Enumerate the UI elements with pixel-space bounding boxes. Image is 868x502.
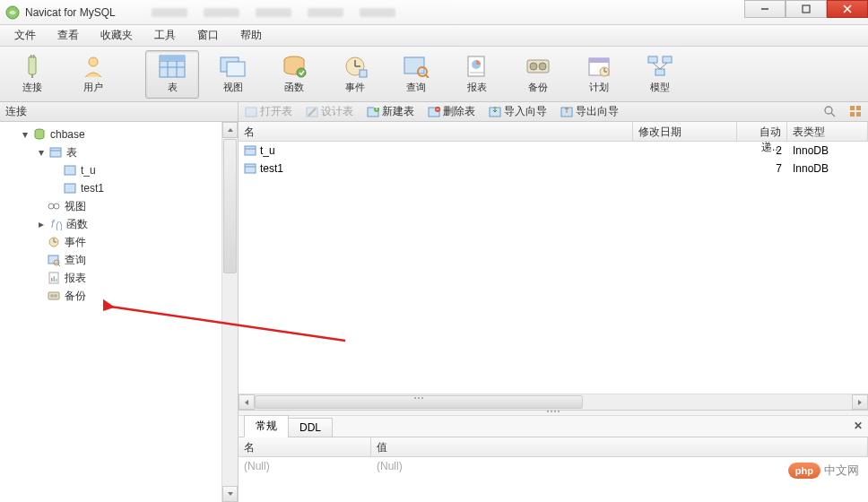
tree-queries-node[interactable]: 查询: [0, 251, 238, 269]
tree-reports-label: 报表: [65, 271, 86, 286]
design-table-button[interactable]: 设计表: [305, 104, 353, 119]
row-table-icon: [244, 163, 256, 174]
tool-backup[interactable]: 备份: [511, 50, 565, 99]
tool-event[interactable]: 事件: [328, 50, 382, 99]
main-area: ▾ chbase ▾ 表 t_u test1 视: [0, 122, 868, 502]
scroll-right-button[interactable]: [852, 394, 868, 410]
table-body[interactable]: t_u 2 InnoDB test1 7 InnoDB: [239, 142, 868, 394]
delete-table-button[interactable]: 删除表: [427, 104, 475, 119]
tool-model-label: 模型: [650, 81, 670, 94]
connection-tree[interactable]: ▾ chbase ▾ 表 t_u test1 视: [0, 122, 238, 502]
backups-icon: [47, 289, 61, 303]
svg-point-80: [54, 294, 57, 298]
tool-query[interactable]: 查询: [389, 50, 443, 99]
tool-model[interactable]: 模型: [633, 50, 687, 99]
backup-icon: [524, 54, 552, 79]
sub-header-row: 连接 打开表 设计表 + 新建表 删除表 导入向导 导出向导: [0, 102, 868, 122]
tree-table-item[interactable]: test1: [0, 179, 238, 197]
content-area: 名 修改日期 自动递... 表类型 t_u 2 InnoDB test1: [239, 122, 868, 502]
row-type: InnoDB: [787, 144, 868, 157]
svg-line-40: [653, 63, 660, 69]
app-icon: [5, 5, 20, 20]
close-button[interactable]: [827, 0, 868, 18]
open-table-button[interactable]: 打开表: [244, 104, 292, 119]
detail-null-value: (Null): [371, 460, 408, 472]
svg-point-64: [48, 203, 54, 209]
expander-icon[interactable]: ▾: [20, 129, 30, 140]
svg-rect-42: [246, 108, 256, 117]
svg-point-8: [89, 57, 98, 66]
scroll-left-button[interactable]: [239, 394, 255, 410]
tool-view[interactable]: 视图: [206, 50, 260, 99]
tree-functions-node[interactable]: ▸ f() 函数: [0, 215, 238, 233]
scroll-down-button[interactable]: [222, 486, 238, 502]
tree-table-item[interactable]: t_u: [0, 161, 238, 179]
col-type[interactable]: 表类型: [787, 122, 868, 141]
col-name[interactable]: 名: [239, 122, 633, 141]
tree-tables-node[interactable]: ▾ 表: [0, 143, 238, 161]
tree-views-node[interactable]: 视图: [0, 197, 238, 215]
menu-help[interactable]: 帮助: [230, 26, 273, 45]
tab-ddl[interactable]: DDL: [288, 418, 333, 437]
svg-rect-38: [663, 56, 672, 63]
tree-queries-label: 查询: [65, 253, 86, 268]
menu-window[interactable]: 窗口: [187, 26, 230, 45]
menu-view[interactable]: 查看: [47, 26, 90, 45]
scroll-up-button[interactable]: [222, 122, 238, 138]
new-table-button[interactable]: + 新建表: [366, 104, 414, 119]
expander-icon[interactable]: ▾: [36, 147, 47, 158]
svg-rect-33: [589, 58, 609, 63]
menu-favorites[interactable]: 收藏夹: [90, 26, 143, 45]
hscroll-thumb[interactable]: [255, 395, 583, 409]
left-header-connections: 连接: [0, 102, 239, 122]
svg-rect-23: [404, 57, 424, 74]
tool-table[interactable]: 表: [145, 50, 199, 99]
col-auto-inc[interactable]: 自动递...: [737, 122, 787, 141]
table-item-icon: [63, 163, 77, 177]
grid-view-button[interactable]: [849, 105, 863, 118]
table-row[interactable]: t_u 2 InnoDB: [239, 142, 868, 160]
detail-row[interactable]: (Null) (Null): [239, 457, 868, 475]
tree-table-label: test1: [81, 182, 104, 195]
expander-icon[interactable]: ▸: [36, 219, 47, 229]
table-row[interactable]: test1 7 InnoDB: [239, 160, 868, 177]
tool-schedule[interactable]: 计划: [572, 50, 626, 99]
views-icon: [47, 199, 61, 213]
svg-point-53: [825, 107, 832, 114]
svg-text:(): (): [56, 220, 62, 230]
svg-rect-77: [56, 279, 57, 281]
titlebar: Navicat for MySQL: [0, 0, 868, 25]
tool-report[interactable]: 报表: [450, 50, 504, 99]
tool-connect[interactable]: 连接: [5, 50, 59, 99]
search-icon-button[interactable]: [823, 105, 837, 118]
detail-col-name[interactable]: 名: [239, 437, 371, 456]
hscroll-track[interactable]: [255, 394, 852, 410]
horizontal-scrollbar[interactable]: [239, 394, 868, 410]
titlebar-blur-decor: [152, 8, 395, 17]
scroll-thumb[interactable]: [223, 139, 237, 273]
tool-report-label: 报表: [467, 81, 487, 94]
minimize-button[interactable]: [744, 0, 786, 18]
menu-file[interactable]: 文件: [4, 26, 47, 45]
tree-events-node[interactable]: 事件: [0, 233, 238, 251]
sidebar-scrollbar[interactable]: [221, 122, 238, 502]
function-icon: [280, 54, 308, 79]
import-wizard-button[interactable]: 导入向导: [488, 104, 547, 119]
maximize-button[interactable]: [786, 0, 827, 18]
tree-database-node[interactable]: ▾ chbase: [0, 126, 238, 143]
connection-tree-sidebar: ▾ chbase ▾ 表 t_u test1 视: [0, 122, 239, 502]
close-pane-button[interactable]: ✕: [854, 420, 863, 432]
detail-body[interactable]: (Null) (Null): [239, 457, 868, 502]
tab-general[interactable]: 常规: [244, 415, 289, 437]
menu-tools[interactable]: 工具: [143, 26, 187, 45]
clock-icon: [341, 54, 369, 79]
col-mod-date[interactable]: 修改日期: [633, 122, 737, 141]
detail-col-value[interactable]: 值: [371, 437, 868, 456]
tool-user[interactable]: 用户: [66, 50, 120, 99]
svg-rect-37: [648, 56, 657, 63]
tool-event-label: 事件: [345, 81, 365, 94]
export-wizard-button[interactable]: 导出向导: [560, 104, 619, 119]
tool-function[interactable]: 函数: [267, 50, 321, 99]
tree-reports-node[interactable]: 报表: [0, 269, 238, 287]
tree-backups-node[interactable]: 备份: [0, 287, 238, 305]
